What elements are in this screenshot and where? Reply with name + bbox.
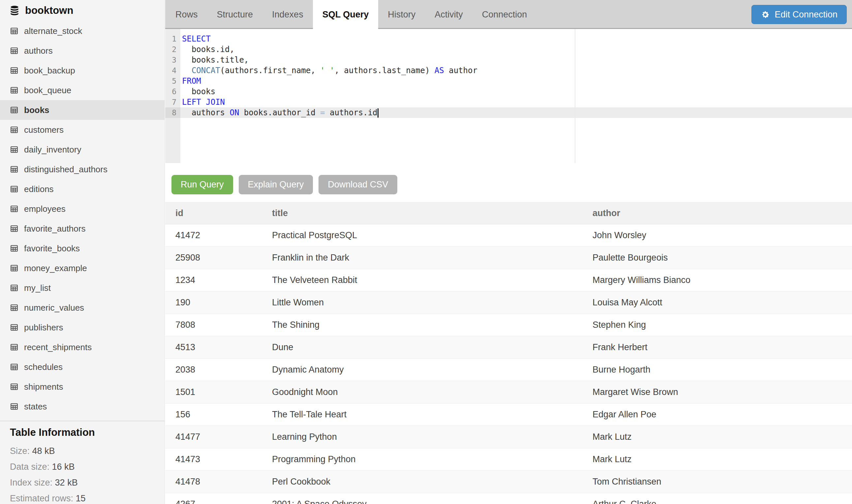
code-line-8: authors ON books.author_id = authors.id	[182, 107, 852, 118]
table-label: alternate_stock	[24, 26, 82, 36]
code-line-6: books	[182, 86, 852, 97]
sql-editor[interactable]: 12345678 SELECT books.id, books.title, C…	[165, 29, 852, 163]
tab-list: RowsStructureIndexesSQL QueryHistoryActi…	[165, 0, 852, 29]
sidebar-item-employees[interactable]: employees	[0, 199, 164, 219]
table-icon	[10, 165, 18, 174]
info-row: Estimated rows: 15	[10, 490, 155, 504]
result-row[interactable]: 7808The ShiningStephen King	[165, 314, 852, 336]
sidebar-item-daily_inventory[interactable]: daily_inventory	[0, 140, 164, 159]
cell-author: Tom Christiansen	[582, 471, 852, 493]
main-content: RowsStructureIndexesSQL QueryHistoryActi…	[165, 0, 852, 504]
table-icon	[10, 204, 18, 213]
result-row[interactable]: 41478Perl CookbookTom Christiansen	[165, 471, 852, 493]
sidebar-item-states[interactable]: states	[0, 397, 164, 416]
table-label: publishers	[24, 323, 63, 333]
edit-connection-label: Edit Connection	[775, 10, 837, 20]
sql-token-plain: author	[444, 66, 477, 75]
sidebar: booktown alternate_stockauthorsbook_back…	[0, 0, 165, 504]
code-line-1: SELECT	[182, 34, 852, 44]
sql-token-plain: authors	[182, 108, 230, 117]
editor-gutter: 12345678	[165, 29, 180, 163]
line-number: 7	[165, 97, 180, 107]
result-row[interactable]: 25908Franklin in the DarkPaulette Bourge…	[165, 247, 852, 269]
result-row[interactable]: 4513DuneFrank Herbert	[165, 336, 852, 359]
cell-title: Learning Python	[262, 426, 582, 448]
info-row: Index size: 32 kB	[10, 475, 155, 490]
sidebar-item-alternate_stock[interactable]: alternate_stock	[0, 21, 164, 41]
result-row[interactable]: 1234The Velveteen RabbitMargery Williams…	[165, 269, 852, 291]
result-row[interactable]: 42672001: A Space OdysseyArthur C. Clark…	[165, 493, 852, 504]
sidebar-item-editions[interactable]: editions	[0, 179, 164, 199]
sidebar-item-publishers[interactable]: publishers	[0, 318, 164, 337]
sql-token-str: ' '	[320, 66, 334, 75]
sidebar-item-shipments[interactable]: shipments	[0, 377, 164, 397]
table-icon	[10, 343, 18, 352]
sidebar-item-schedules[interactable]: schedules	[0, 357, 164, 377]
cell-author: Mark Lutz	[582, 426, 852, 448]
cell-id: 7808	[165, 314, 262, 336]
result-row[interactable]: 41472Practical PostgreSQLJohn Worsley	[165, 224, 852, 247]
text-cursor	[378, 108, 379, 118]
sql-token-kw: AS	[435, 66, 444, 75]
code-line-2: books.id,	[182, 44, 852, 55]
code-line-3: books.title,	[182, 55, 852, 65]
result-row[interactable]: 41473Programming PythonMark Lutz	[165, 448, 852, 471]
result-row[interactable]: 2038Dynamic AnatomyBurne Hogarth	[165, 359, 852, 381]
cell-title: Programming Python	[262, 448, 582, 471]
sidebar-item-money_example[interactable]: money_example	[0, 258, 164, 278]
tab-sql-query[interactable]: SQL Query	[313, 0, 379, 29]
sql-token-plain: , authors.last_name)	[334, 66, 434, 75]
result-row[interactable]: 1501Goodnight MoonMargaret Wise Brown	[165, 381, 852, 403]
sql-token-plain: books.title,	[182, 55, 249, 65]
table-icon	[10, 126, 18, 134]
cell-title: The Shining	[262, 314, 582, 336]
gear-icon	[761, 10, 770, 19]
info-value: 16 kB	[52, 462, 75, 472]
table-label: money_example	[24, 263, 87, 273]
sidebar-item-my_list[interactable]: my_list	[0, 278, 164, 298]
table-label: customers	[24, 125, 64, 135]
run-query-button[interactable]: Run Query	[172, 175, 233, 194]
sidebar-item-book_queue[interactable]: book_queue	[0, 80, 164, 100]
cell-title: Practical PostgreSQL	[262, 224, 582, 247]
sidebar-item-book_backup[interactable]: book_backup	[0, 60, 164, 80]
table-label: book_queue	[24, 85, 71, 95]
cell-author: Burne Hogarth	[582, 359, 852, 381]
sidebar-item-customers[interactable]: customers	[0, 120, 164, 140]
result-row[interactable]: 41477Learning PythonMark Lutz	[165, 426, 852, 448]
download-csv-button[interactable]: Download CSV	[318, 175, 397, 194]
editor-code[interactable]: SELECT books.id, books.title, CONCAT(aut…	[180, 29, 852, 163]
table-list: alternate_stockauthorsbook_backupbook_qu…	[0, 21, 164, 416]
results-header-row: idtitleauthor	[165, 203, 852, 224]
table-icon	[10, 27, 18, 35]
tab-connection[interactable]: Connection	[472, 0, 537, 29]
cell-title: Perl Cookbook	[262, 471, 582, 493]
info-label: Data size:	[10, 462, 50, 472]
sidebar-item-favorite_books[interactable]: favorite_books	[0, 238, 164, 258]
tab-indexes[interactable]: Indexes	[262, 0, 313, 29]
database-header: booktown	[0, 0, 164, 21]
sidebar-item-distinguished_authors[interactable]: distinguished_authors	[0, 159, 164, 179]
sql-token-plain: books.id,	[182, 45, 234, 54]
cell-id: 1234	[165, 269, 262, 291]
table-label: daily_inventory	[24, 145, 81, 155]
tab-history[interactable]: History	[378, 0, 425, 29]
result-row[interactable]: 156The Tell-Tale HeartEdgar Allen Poe	[165, 403, 852, 426]
tab-rows[interactable]: Rows	[166, 0, 207, 29]
tab-structure[interactable]: Structure	[207, 0, 263, 29]
sql-token-op: =	[320, 108, 325, 117]
results-body: 41472Practical PostgreSQLJohn Worsley259…	[165, 224, 852, 504]
sidebar-item-books[interactable]: books	[0, 100, 164, 120]
line-number: 4	[165, 65, 180, 76]
result-row[interactable]: 190Little WomenLouisa May Alcott	[165, 291, 852, 314]
database-name: booktown	[25, 5, 73, 16]
sidebar-item-recent_shipments[interactable]: recent_shipments	[0, 337, 164, 357]
sidebar-item-numeric_values[interactable]: numeric_values	[0, 298, 164, 318]
sidebar-item-authors[interactable]: authors	[0, 41, 164, 60]
explain-query-button[interactable]: Explain Query	[239, 175, 313, 194]
edit-connection-button[interactable]: Edit Connection	[751, 5, 847, 24]
tab-activity[interactable]: Activity	[425, 0, 472, 29]
sidebar-item-favorite_authors[interactable]: favorite_authors	[0, 219, 164, 238]
sql-token-kw: SELECT	[182, 34, 211, 43]
cell-title: Franklin in the Dark	[262, 247, 582, 269]
